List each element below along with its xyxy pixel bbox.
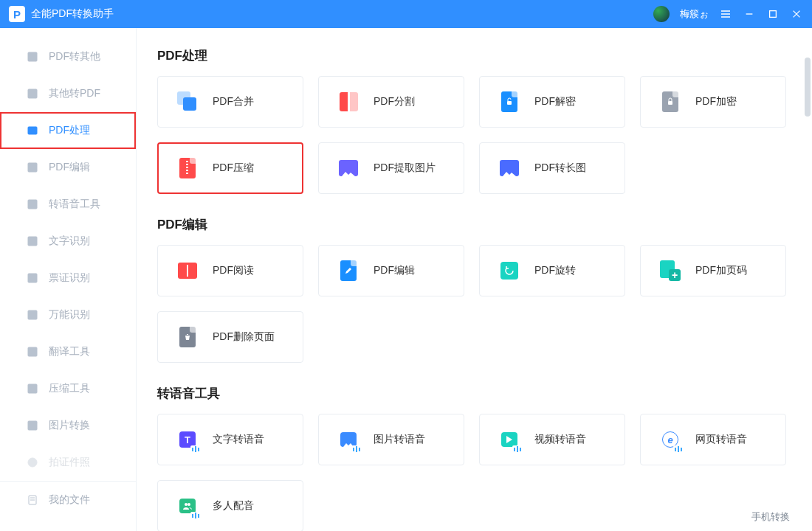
card-pdf-to-long-image[interactable]: PDF转长图 — [479, 142, 625, 194]
unlock-icon — [499, 91, 520, 112]
titlebar-right: 梅簇ぉ — [653, 6, 803, 22]
sidebar-item-label: PDF处理 — [49, 124, 90, 137]
sidebar-item-universal[interactable]: 万能识别 — [0, 296, 136, 333]
translate-icon — [27, 346, 38, 358]
card-pdf-compress[interactable]: PDF压缩 — [157, 142, 303, 194]
card-grid: PDF合并 PDF分割 PDF解密 — [157, 76, 791, 194]
svg-rect-3 — [28, 127, 37, 134]
sidebar-item-image-convert[interactable]: 图片转换 — [0, 407, 136, 444]
sidebar-item-pdf-to-other[interactable]: PDF转其他 — [0, 38, 136, 75]
card-pdf-merge[interactable]: PDF合并 — [157, 76, 303, 128]
card-label: PDF分割 — [374, 95, 415, 108]
card-label: 图片转语音 — [374, 433, 425, 446]
sidebar-item-label: 文字识别 — [49, 235, 90, 248]
sidebar-item-label: 压缩工具 — [49, 382, 90, 395]
card-pdf-read[interactable]: PDF阅读 — [157, 245, 303, 296]
zip-icon — [177, 158, 198, 178]
card-multi-dub[interactable]: 多人配音 — [157, 480, 303, 531]
svg-point-12 — [28, 458, 37, 467]
card-label: 多人配音 — [213, 499, 254, 513]
trash-icon — [177, 327, 198, 347]
card-grid: PDF阅读 PDF编辑 PDF旋转 + PDF加页码 — [157, 245, 791, 363]
card-pdf-encrypt[interactable]: PDF加密 — [640, 76, 786, 128]
close-icon[interactable] — [790, 7, 803, 21]
card-label: PDF解密 — [534, 95, 576, 108]
app-title: 全能PDF转换助手 — [31, 7, 114, 21]
compress-icon — [27, 383, 38, 395]
universal-icon — [27, 309, 38, 321]
section-title: 转语音工具 — [157, 385, 791, 402]
image-icon — [27, 420, 38, 431]
sidebar-item-ticket[interactable]: 票证识别 — [0, 260, 136, 296]
svg-rect-1 — [28, 52, 37, 61]
card-pdf-decrypt[interactable]: PDF解密 — [479, 76, 625, 128]
video-tts-icon — [499, 429, 520, 450]
card-pdf-split[interactable]: PDF分割 — [318, 76, 464, 128]
sidebar-item-compress[interactable]: 压缩工具 — [0, 370, 136, 407]
card-label: 视频转语音 — [534, 433, 586, 446]
svg-rect-14 — [507, 101, 512, 105]
svg-point-17 — [187, 503, 190, 506]
file-icon — [27, 494, 38, 506]
maximize-icon[interactable] — [766, 7, 780, 21]
convert-icon — [27, 88, 38, 100]
sidebar-item-my-files[interactable]: 我的文件 — [0, 482, 136, 518]
minimize-icon[interactable] — [743, 7, 756, 21]
svg-rect-4 — [28, 163, 37, 172]
card-web-tts[interactable]: e 网页转语音 — [640, 414, 786, 465]
scrollbar[interactable] — [805, 58, 811, 117]
main: PDF处理 PDF合并 PDF分割 — [137, 28, 812, 531]
sidebar-item-translate[interactable]: 翻译工具 — [0, 333, 136, 370]
card-label: PDF压缩 — [213, 162, 254, 175]
svg-rect-7 — [28, 274, 37, 282]
sidebar-item-label: 图片转换 — [49, 419, 90, 432]
section-pdf-process: PDF处理 PDF合并 PDF分割 — [157, 47, 791, 194]
sidebar-item-label: 其他转PDF — [49, 87, 100, 100]
sidebar-item-tts[interactable]: 转语音工具 — [0, 186, 136, 223]
card-label: 网页转语音 — [695, 433, 747, 446]
sidebar-item-other-to-pdf[interactable]: 其他转PDF — [0, 75, 136, 112]
section-pdf-edit: PDF编辑 PDF阅读 PDF编辑 PDF旋转 + — [157, 216, 791, 363]
card-pdf-page-number[interactable]: + PDF加页码 — [640, 245, 786, 296]
card-pdf-rotate[interactable]: PDF旋转 — [479, 245, 625, 296]
card-label: PDF旋转 — [534, 264, 576, 277]
titlebar-left: P 全能PDF转换助手 — [9, 6, 114, 22]
add-page-icon: + — [660, 260, 681, 281]
pdf-icon — [27, 51, 38, 63]
sidebar-item-label: 转语音工具 — [49, 198, 100, 211]
card-pdf-extract-image[interactable]: PDF提取图片 — [318, 142, 464, 194]
card-label: PDF提取图片 — [374, 162, 436, 175]
svg-rect-11 — [28, 421, 37, 430]
footer-hint[interactable]: 手机转换 — [751, 510, 790, 524]
sidebar-item-pdf-process[interactable]: PDF处理 — [0, 112, 136, 149]
svg-rect-2 — [28, 89, 37, 98]
svg-rect-8 — [28, 310, 37, 319]
lock-icon — [660, 91, 681, 112]
sidebar-item-label: PDF转其他 — [49, 50, 100, 63]
card-label: PDF删除页面 — [213, 330, 275, 344]
svg-rect-9 — [28, 347, 37, 356]
card-video-tts[interactable]: 视频转语音 — [479, 414, 625, 465]
tts-icon — [27, 198, 38, 210]
card-pdf-delete-page[interactable]: PDF删除页面 — [157, 311, 303, 363]
people-tts-icon — [177, 496, 198, 516]
username[interactable]: 梅簇ぉ — [680, 7, 709, 21]
card-pdf-edit-tool[interactable]: PDF编辑 — [318, 245, 464, 296]
card-image-tts[interactable]: 图片转语音 — [318, 414, 464, 465]
long-image-icon — [499, 158, 520, 178]
sidebar-item-ocr[interactable]: 文字识别 — [0, 223, 136, 260]
rotate-icon — [499, 260, 520, 281]
sidebar-item-id-photo[interactable]: 拍证件照 — [0, 444, 136, 481]
ticket-icon — [27, 272, 38, 284]
card-label: PDF合并 — [213, 95, 254, 108]
sidebar-item-label: 票证识别 — [49, 271, 90, 285]
card-text-tts[interactable]: T 文字转语音 — [157, 414, 303, 465]
app-logo-icon: P — [9, 6, 25, 22]
svg-rect-6 — [28, 237, 37, 246]
section-title: PDF处理 — [157, 47, 791, 64]
menu-icon[interactable] — [719, 7, 732, 21]
svg-rect-0 — [770, 11, 777, 18]
titlebar: P 全能PDF转换助手 梅簇ぉ — [0, 0, 812, 28]
sidebar-item-pdf-edit[interactable]: PDF编辑 — [0, 149, 136, 186]
avatar[interactable] — [653, 6, 670, 22]
